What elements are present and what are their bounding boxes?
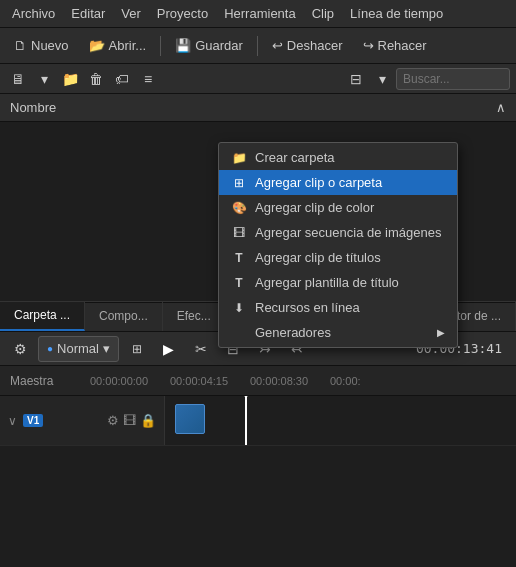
icon-toolbar: 🖥 ▾ 📁 🗑 🏷 ≡ ⊟ ▾: [0, 64, 516, 94]
sequence-icon: 🎞: [231, 226, 247, 240]
ctx-agregar-clip-carpeta-label: Agregar clip o carpeta: [255, 175, 382, 190]
ctx-agregar-plantilla[interactable]: T Agregar plantilla de título: [219, 270, 457, 295]
deshacer-label: Deshacer: [287, 38, 343, 53]
filter-icon: ⊟: [350, 71, 362, 87]
tab-compo[interactable]: Compo...: [85, 301, 163, 331]
track-lock-icon[interactable]: 🔒: [140, 413, 156, 428]
guardar-button[interactable]: 💾 Guardar: [167, 35, 251, 56]
ctrl-icon-1[interactable]: ⊞: [123, 336, 151, 362]
guardar-label: Guardar: [195, 38, 243, 53]
tab-compo-label: Compo...: [99, 309, 148, 323]
filter-chevron-icon: ▾: [379, 71, 386, 87]
delete-icon-btn[interactable]: 🗑: [84, 67, 108, 91]
ctx-crear-carpeta[interactable]: 📁 Crear carpeta: [219, 145, 457, 170]
ctx-agregar-clip-carpeta[interactable]: ⊞ Agregar clip o carpeta: [219, 170, 457, 195]
tag-icon-btn[interactable]: 🏷: [110, 67, 134, 91]
timeline-maestra-label: Maestra: [10, 374, 70, 388]
timecode-0: 00:00:00:00: [90, 375, 170, 387]
deshacer-icon: ↩: [272, 38, 283, 53]
abrir-icon: 📂: [89, 38, 105, 53]
filter-icon-btn[interactable]: ⊟: [344, 67, 368, 91]
timeline-header: Maestra 00:00:00:00 00:00:04:15 00:00:08…: [0, 366, 516, 396]
chevron-down-icon-btn[interactable]: ▾: [32, 67, 56, 91]
normal-dot-icon: ●: [47, 343, 53, 354]
cut-icon: ✂: [195, 341, 207, 357]
folder-add-icon: 📁: [231, 151, 247, 165]
rehacer-button[interactable]: ↪ Rehacer: [355, 35, 435, 56]
v1-badge: V1: [23, 414, 43, 427]
ctx-crear-carpeta-label: Crear carpeta: [255, 150, 334, 165]
tab-efec[interactable]: Efec...: [163, 301, 226, 331]
title-clip-icon: T: [231, 251, 247, 265]
abrir-button[interactable]: 📂 Abrir...: [81, 35, 155, 56]
menu-linea-de-tiempo[interactable]: Línea de tiempo: [342, 4, 451, 23]
menu-clip[interactable]: Clip: [304, 4, 342, 23]
menu-ver[interactable]: Ver: [113, 4, 149, 23]
list-icon: ≡: [144, 71, 152, 87]
rehacer-icon: ↪: [363, 38, 374, 53]
list-icon-btn[interactable]: ≡: [136, 67, 160, 91]
track-settings-icon[interactable]: ⚙: [107, 413, 119, 428]
playhead: [245, 396, 247, 445]
nuevo-label: Nuevo: [31, 38, 69, 53]
playhead-marker: [239, 396, 253, 398]
ctx-agregar-secuencia[interactable]: 🎞 Agregar secuencia de imágenes: [219, 220, 457, 245]
track-icons: ⚙ 🎞 🔒: [107, 413, 156, 428]
submenu-arrow-icon: ▶: [437, 327, 445, 338]
toolbar: 🗋 Nuevo 📂 Abrir... 💾 Guardar ↩ Deshacer …: [0, 28, 516, 64]
normal-dropdown[interactable]: ● Normal ▾: [38, 336, 119, 362]
settings-icon-btn[interactable]: ⚙: [6, 336, 34, 362]
menu-proyecto[interactable]: Proyecto: [149, 4, 216, 23]
deshacer-button[interactable]: ↩ Deshacer: [264, 35, 351, 56]
nuevo-button[interactable]: 🗋 Nuevo: [6, 35, 77, 56]
tag-icon: 🏷: [115, 71, 129, 87]
ctx-agregar-plantilla-label: Agregar plantilla de título: [255, 275, 399, 290]
ctx-agregar-clip-color[interactable]: 🎨 Agregar clip de color: [219, 195, 457, 220]
track-content-v1: [165, 396, 516, 445]
settings-icon: ⚙: [14, 341, 27, 357]
panel-title: Nombre: [10, 100, 56, 115]
panel-header: Nombre ∧: [0, 94, 516, 122]
download-icon: ⬇: [231, 301, 247, 315]
menu-editar[interactable]: Editar: [63, 4, 113, 23]
timecode-2: 00:00:08:30: [250, 375, 330, 387]
monitor-icon: 🖥: [11, 71, 25, 87]
context-menu: 📁 Crear carpeta ⊞ Agregar clip o carpeta…: [218, 142, 458, 348]
ctx-agregar-clip-titulos[interactable]: T Agregar clip de títulos: [219, 245, 457, 270]
ctx-agregar-secuencia-label: Agregar secuencia de imágenes: [255, 225, 441, 240]
filter-chevron-icon-btn[interactable]: ▾: [370, 67, 394, 91]
add-folder-icon-btn[interactable]: 📁: [58, 67, 82, 91]
dropdown-arrow-icon: ▾: [103, 341, 110, 356]
ctx-agregar-clip-titulos-label: Agregar clip de títulos: [255, 250, 381, 265]
template-icon: T: [231, 276, 247, 290]
panel-collapse-icon[interactable]: ∧: [496, 100, 506, 115]
delete-icon: 🗑: [89, 71, 103, 87]
track-clip-v1[interactable]: [175, 404, 205, 434]
cut-icon-btn[interactable]: ✂: [187, 336, 215, 362]
search-input[interactable]: [403, 72, 503, 86]
add-folder-icon: 📁: [62, 71, 79, 87]
track-expand-icon[interactable]: ∨: [8, 414, 17, 428]
timeline-ruler: 00:00:00:00 00:00:04:15 00:00:08:30 00:0…: [90, 375, 506, 387]
track-film-icon[interactable]: 🎞: [123, 413, 136, 428]
timeline-area: Maestra 00:00:00:00 00:00:04:15 00:00:08…: [0, 366, 516, 446]
ctx-recursos-linea-label: Recursos en línea: [255, 300, 360, 315]
tab-efec-label: Efec...: [177, 309, 211, 323]
tab-carpeta[interactable]: Carpeta ...: [0, 301, 85, 331]
guardar-icon: 💾: [175, 38, 191, 53]
ctx-generadores[interactable]: Generadores ▶: [219, 320, 457, 345]
nuevo-icon: 🗋: [14, 38, 27, 53]
monitor-icon-btn[interactable]: 🖥: [6, 67, 30, 91]
razor-icon: ⊞: [132, 342, 142, 356]
normal-label: Normal: [57, 341, 99, 356]
timeline-track-v1: ∨ V1 ⚙ 🎞 🔒: [0, 396, 516, 446]
chevron-down-icon: ▾: [41, 71, 48, 87]
ctx-recursos-linea[interactable]: ⬇ Recursos en línea: [219, 295, 457, 320]
rehacer-label: Rehacer: [378, 38, 427, 53]
timecode-1: 00:00:04:15: [170, 375, 250, 387]
menu-archivo[interactable]: Archivo: [4, 4, 63, 23]
tab-color-label: ctor de ...: [451, 309, 501, 323]
play-button[interactable]: ▶: [155, 336, 183, 362]
menu-herramienta[interactable]: Herramienta: [216, 4, 304, 23]
ctx-generadores-label: Generadores: [255, 325, 331, 340]
